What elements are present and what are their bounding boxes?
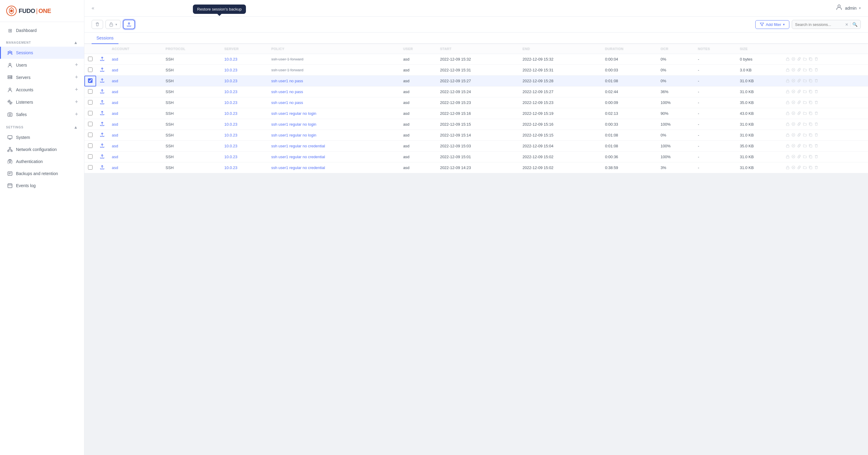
row-checkbox[interactable] [88,165,93,170]
delete-action-icon[interactable] [814,57,818,62]
folder-action-icon[interactable] [803,111,807,116]
row-account[interactable]: asd [108,162,162,173]
copy-action-icon[interactable] [809,79,812,84]
row-checkbox[interactable] [88,78,93,83]
play-action-icon[interactable] [792,90,795,94]
play-action-icon[interactable] [792,100,795,105]
sidebar-item-dashboard[interactable]: ⊞ Dashboard [0,25,84,36]
lock-action-icon[interactable] [786,100,789,105]
link-action-icon[interactable] [797,111,801,116]
copy-action-icon[interactable] [809,68,812,73]
policy-label[interactable]: ssh user1 no pass [271,90,303,94]
play-action-icon[interactable] [792,144,795,149]
link-action-icon[interactable] [797,57,801,62]
play-action-icon[interactable] [792,57,795,62]
copy-action-icon[interactable] [809,133,812,138]
row-server[interactable]: 10.0.23 [221,54,268,65]
row-account[interactable]: asd [108,108,162,119]
row-account[interactable]: asd [108,141,162,152]
policy-label[interactable]: ssh user1 regular no login [271,122,316,127]
sidebar-item-events[interactable]: Events log [0,180,84,192]
lock-action-icon[interactable] [786,165,789,170]
delete-action-icon[interactable] [814,155,818,159]
row-server[interactable]: 10.0.23 [221,152,268,162]
row-server[interactable]: 10.0.23 [221,130,268,141]
search-clear-icon[interactable]: ✕ [845,22,848,27]
lock-action-icon[interactable] [786,133,789,138]
sidebar-item-backups[interactable]: Backups and retention [0,167,84,180]
play-action-icon[interactable] [792,133,795,138]
sidebar-item-auth[interactable]: Authentication [0,156,84,167]
delete-action-icon[interactable] [814,144,818,149]
delete-action-icon[interactable] [814,111,818,116]
row-server[interactable]: 10.0.23 [221,108,268,119]
sidebar-item-accounts[interactable]: Accounts + [0,84,84,96]
play-action-icon[interactable] [792,111,795,116]
lock-action-icon[interactable] [786,122,789,127]
lock-action-icon[interactable] [786,79,789,84]
link-action-icon[interactable] [797,100,801,105]
row-account[interactable]: asd [108,130,162,141]
lock-action-icon[interactable] [786,68,789,73]
row-checkbox[interactable] [88,154,93,159]
accounts-plus-icon[interactable]: + [75,87,78,93]
row-server[interactable]: 10.0.23 [221,76,268,87]
copy-action-icon[interactable] [809,122,812,127]
lock-action-icon[interactable] [786,90,789,94]
row-checkbox[interactable] [88,89,93,94]
row-checkbox[interactable] [88,57,93,61]
copy-action-icon[interactable] [809,100,812,105]
row-account[interactable]: asd [108,54,162,65]
row-account[interactable]: asd [108,76,162,87]
search-submit-icon[interactable]: 🔍 [850,22,858,27]
policy-label[interactable]: ssh user1 regular no credential [271,155,325,159]
link-action-icon[interactable] [797,68,801,73]
delete-action-icon[interactable] [814,68,818,73]
copy-action-icon[interactable] [809,155,812,159]
copy-action-icon[interactable] [809,144,812,149]
sidebar-item-users[interactable]: Users + [0,59,84,71]
policy-label[interactable]: ssh user1 regular no credential [271,144,325,148]
copy-action-icon[interactable] [809,57,812,62]
policy-label[interactable]: ssh user1 regular no login [271,133,316,137]
delete-action-icon[interactable] [814,100,818,105]
play-action-icon[interactable] [792,68,795,73]
lock-action-icon[interactable] [786,111,789,116]
copy-action-icon[interactable] [809,90,812,94]
row-checkbox[interactable] [88,122,93,126]
user-menu-btn[interactable]: admin ▾ [835,4,861,13]
delete-action-icon[interactable] [814,122,818,127]
row-checkbox[interactable] [88,143,93,148]
row-server[interactable]: 10.0.23 [221,119,268,130]
lock-action-icon[interactable] [786,155,789,159]
sidebar-item-servers[interactable]: Servers + [0,71,84,84]
lock-action-icon[interactable] [786,144,789,149]
tab-sessions[interactable]: Sessions [92,33,119,44]
folder-action-icon[interactable] [803,68,807,73]
sidebar-item-safes[interactable]: Safes + [0,108,84,121]
row-server[interactable]: 10.0.23 [221,65,268,76]
sidebar-item-listeners[interactable]: Listeners + [0,96,84,108]
folder-action-icon[interactable] [803,165,807,170]
policy-label[interactable]: ssh user1 no pass [271,100,303,105]
row-checkbox[interactable] [88,111,93,116]
folder-action-icon[interactable] [803,57,807,62]
row-server[interactable]: 10.0.23 [221,87,268,97]
link-action-icon[interactable] [797,122,801,127]
link-action-icon[interactable] [797,144,801,149]
folder-action-icon[interactable] [803,144,807,149]
folder-action-icon[interactable] [803,155,807,159]
listeners-plus-icon[interactable]: + [75,99,78,105]
folder-action-icon[interactable] [803,133,807,138]
row-account[interactable]: asd [108,65,162,76]
row-account[interactable]: asd [108,97,162,108]
delete-action-icon[interactable] [814,133,818,138]
row-checkbox[interactable] [88,133,93,137]
play-action-icon[interactable] [792,122,795,127]
row-server[interactable]: 10.0.23 [221,162,268,173]
search-input[interactable] [795,22,843,27]
policy-label[interactable]: ssh user1 regular no login [271,111,316,116]
delete-btn[interactable] [92,20,103,29]
add-filter-btn[interactable]: Add filter ▾ [755,20,789,29]
management-collapse-btn[interactable]: ▲ [73,40,78,45]
